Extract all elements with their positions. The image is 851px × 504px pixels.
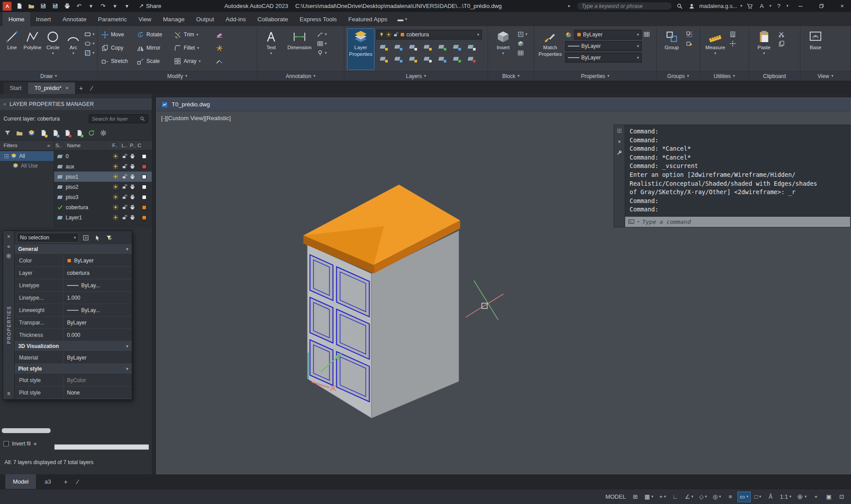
lock-icon[interactable] bbox=[120, 164, 129, 169]
set-current-icon[interactable] bbox=[74, 128, 85, 138]
column-lock[interactable]: L.. bbox=[120, 142, 129, 149]
osnap-icon[interactable]: □▾ bbox=[752, 492, 764, 502]
layer-row-2[interactable]: piso1 bbox=[54, 172, 152, 182]
restore-button[interactable] bbox=[812, 0, 830, 12]
refresh-icon[interactable] bbox=[86, 128, 97, 138]
lock-icon[interactable] bbox=[120, 153, 129, 159]
ortho-icon[interactable]: ∟ bbox=[670, 492, 681, 502]
copy-button[interactable]: Copy bbox=[101, 44, 136, 52]
layer-row-5[interactable]: cobertura bbox=[54, 202, 152, 212]
tree-scrollbar[interactable] bbox=[2, 428, 51, 433]
prop-row-thickness[interactable]: Thickness0.000 bbox=[15, 329, 132, 341]
user-icon[interactable] bbox=[687, 2, 696, 11]
toggle-pickadd-icon[interactable] bbox=[81, 233, 91, 242]
palette-list-icon[interactable]: ≡ bbox=[7, 391, 10, 397]
section-plot-style[interactable]: Plot style▾ bbox=[15, 364, 132, 374]
linetype-combo[interactable]: ByLayer▾ bbox=[565, 53, 642, 63]
tab-collaborate[interactable]: Collaborate bbox=[252, 12, 294, 26]
polar-tracking-icon[interactable]: ∠▾ bbox=[682, 492, 695, 502]
command-close-icon[interactable]: × bbox=[618, 139, 621, 145]
hatch-button[interactable]: ▾ bbox=[84, 50, 95, 56]
freeze-sun-icon[interactable] bbox=[111, 194, 120, 200]
layer-walk-button[interactable] bbox=[435, 54, 448, 63]
match-properties-button[interactable]: MatchProperties bbox=[537, 28, 563, 70]
layer-row-3[interactable]: piso2 bbox=[54, 182, 152, 192]
command-history[interactable]: Command:Command:Command: *Cancel*Command… bbox=[625, 125, 850, 217]
close-tab-icon[interactable]: × bbox=[66, 85, 69, 91]
plot-printer-icon[interactable] bbox=[129, 184, 136, 190]
edit-attributes-button[interactable]: ▾ bbox=[517, 31, 528, 38]
layer-unlock-button[interactable] bbox=[420, 54, 433, 63]
color-wheel-icon[interactable] bbox=[565, 31, 572, 38]
scale-button[interactable]: Scale bbox=[137, 58, 173, 65]
user-caret-icon[interactable]: ▾ bbox=[740, 4, 742, 8]
table-button[interactable]: ▾ bbox=[317, 40, 327, 47]
file-tab-start[interactable]: Start bbox=[4, 82, 28, 94]
manage-attributes-button[interactable] bbox=[517, 50, 528, 56]
prop-row-transparency[interactable]: Transpar...ByLayer bbox=[15, 316, 132, 329]
layer-freeze-button[interactable] bbox=[406, 42, 419, 51]
layer-combo[interactable]: cobertura ▾ bbox=[376, 30, 482, 39]
tab-manage[interactable]: Manage bbox=[157, 12, 190, 26]
layer-states-icon[interactable] bbox=[26, 128, 37, 138]
plot-printer-icon[interactable] bbox=[129, 204, 136, 210]
prop-row-layer[interactable]: Layercobertura bbox=[15, 267, 132, 279]
select-objects-icon[interactable] bbox=[92, 233, 102, 242]
invert-filter-checkbox[interactable] bbox=[4, 441, 9, 446]
utilities-panel-label[interactable]: Utilities▾ bbox=[700, 71, 749, 81]
layer-lock-button[interactable] bbox=[420, 42, 433, 51]
object-color-combo[interactable]: ByLayer▾ bbox=[574, 30, 642, 39]
modify-panel-label[interactable]: Modify▾ bbox=[98, 71, 257, 81]
view-panel-label[interactable]: View▾ bbox=[800, 71, 851, 81]
redo-icon[interactable]: ↷ bbox=[98, 2, 107, 11]
autohide-icon[interactable]: « bbox=[7, 243, 10, 250]
block-panel-label[interactable]: Block▾ bbox=[488, 71, 534, 81]
file-tab-document[interactable]: T0_prédio*× bbox=[28, 82, 75, 94]
new-group-filter-icon[interactable] bbox=[14, 128, 25, 138]
layout-tab-a3[interactable]: a3 bbox=[37, 474, 58, 489]
save-as-icon[interactable] bbox=[51, 2, 59, 11]
trim-button[interactable]: Trim▾ bbox=[174, 31, 215, 39]
selection-dropdown[interactable]: No selection▾ bbox=[17, 233, 79, 242]
lock-icon[interactable] bbox=[120, 204, 129, 210]
help-caret-icon[interactable]: ▾ bbox=[786, 4, 788, 8]
plot-printer-icon[interactable] bbox=[129, 164, 136, 169]
layer-delete-button[interactable] bbox=[464, 54, 477, 63]
ungroup-button[interactable] bbox=[686, 31, 693, 38]
layer-color-swatch[interactable] bbox=[142, 195, 146, 199]
prop-row-linetype-scale[interactable]: Linetype...1.000 bbox=[15, 292, 132, 304]
drawing-area[interactable]: T0_prédio.dwg [-][Custom View][Realistic… bbox=[156, 98, 851, 474]
groups-panel-label[interactable]: Groups▾ bbox=[657, 71, 700, 81]
minimize-button[interactable]: ─ bbox=[792, 0, 809, 12]
prop-row-plot-style[interactable]: Plot styleByColor bbox=[15, 374, 132, 387]
lineweight-display-icon[interactable]: ≡ bbox=[725, 492, 736, 502]
freeze-sun-icon[interactable] bbox=[111, 204, 120, 210]
prop-row-material[interactable]: MaterialByLayer bbox=[15, 352, 132, 364]
section-general[interactable]: General▾ bbox=[15, 244, 132, 254]
search-expand-icon[interactable]: ▸ bbox=[565, 2, 574, 11]
model-space-button[interactable]: MODEL bbox=[603, 492, 628, 502]
create-block-button[interactable] bbox=[517, 40, 528, 47]
command-customize-icon[interactable] bbox=[616, 128, 622, 134]
tab-express-tools[interactable]: Express Tools bbox=[294, 12, 343, 26]
lineweight-combo[interactable]: ByLayer▾ bbox=[565, 41, 642, 51]
column-color[interactable]: C bbox=[136, 142, 152, 149]
color-cell[interactable] bbox=[136, 185, 152, 189]
layer-table-header[interactable]: S.. Name F.. L.. P.. C bbox=[54, 141, 152, 150]
column-status[interactable]: S.. bbox=[54, 142, 66, 149]
filter-all[interactable]: All bbox=[0, 151, 54, 161]
layer-row-6[interactable]: Layer1 bbox=[54, 212, 152, 223]
stretch-button[interactable]: Stretch bbox=[101, 58, 136, 65]
layer-previous-button[interactable] bbox=[464, 42, 477, 51]
autodesk-caret-icon[interactable]: ▾ bbox=[769, 4, 772, 8]
paste-button[interactable]: Paste▾ bbox=[752, 28, 776, 70]
tab-annotate[interactable]: Annotate bbox=[57, 12, 92, 26]
layer-color-swatch[interactable] bbox=[142, 215, 146, 220]
measure-button[interactable]: Measure▾ bbox=[703, 28, 728, 70]
group-button[interactable]: Group bbox=[659, 28, 684, 70]
layer-off-button[interactable] bbox=[376, 42, 390, 51]
line-button[interactable]: Line bbox=[3, 28, 21, 70]
new-property-filter-icon[interactable] bbox=[2, 128, 13, 138]
layer-merge-button[interactable] bbox=[449, 54, 463, 63]
status-plus-icon[interactable]: + bbox=[810, 492, 822, 502]
